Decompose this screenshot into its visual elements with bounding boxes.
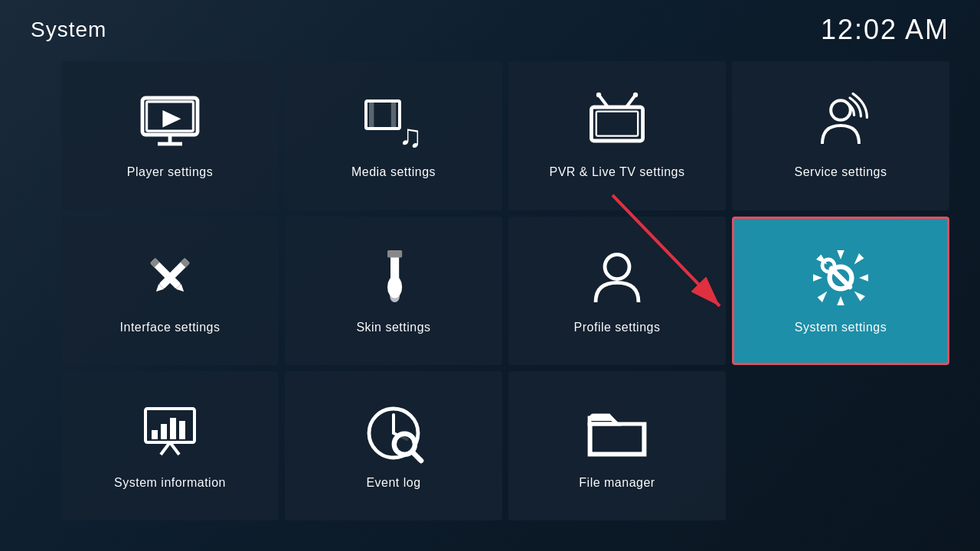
profile-icon [586,247,648,308]
tile-label-event-log: Event log [366,476,420,490]
tile-system-settings[interactable]: System settings [732,217,949,366]
player-icon [139,92,201,153]
sysinfo-icon [139,403,201,464]
tile-label-system-information: System information [114,476,226,490]
tile-label-pvr-settings: PVR & Live TV settings [550,165,685,179]
svg-point-26 [390,290,400,302]
tile-file-manager[interactable]: File manager [508,371,726,520]
svg-line-37 [161,442,170,455]
tile-service-settings[interactable]: Service settings [732,61,949,210]
tile-pvr-settings[interactable]: PVR & Live TV settings [508,61,726,210]
tile-skin-settings[interactable]: Skin settings [285,217,502,366]
tile-label-profile-settings: Profile settings [574,321,661,334]
settings-grid: Player settings ♫ Media settings [61,61,949,520]
header: System 12:02 AM [0,0,980,60]
svg-rect-49 [591,424,642,453]
tile-empty [732,371,949,520]
app-title: System [31,18,106,42]
service-icon [810,92,871,153]
svg-text:♫: ♫ [398,118,422,153]
system-icon [810,247,871,308]
tile-label-file-manager: File manager [579,476,655,490]
svg-rect-27 [387,250,402,258]
svg-rect-33 [152,430,158,439]
tile-label-skin-settings: Skin settings [356,321,430,334]
svg-rect-9 [391,101,396,129]
tile-system-information[interactable]: System information [61,371,279,520]
media-icon: ♫ [363,92,424,153]
filemanager-icon [586,403,648,464]
tile-event-log[interactable]: Event log [285,371,502,520]
tile-label-interface-settings: Interface settings [120,321,220,334]
svg-marker-6 [162,110,181,127]
tile-profile-settings[interactable]: Profile settings [508,217,726,366]
tile-label-service-settings: Service settings [795,165,887,179]
pvr-icon [586,92,648,153]
skin-icon [363,247,424,308]
svg-line-48 [412,452,421,461]
svg-rect-36 [179,421,185,439]
tile-interface-settings[interactable]: Interface settings [61,217,279,366]
svg-rect-34 [161,424,167,439]
svg-point-31 [822,259,835,272]
svg-rect-35 [170,418,176,439]
tile-label-media-settings: Media settings [351,165,436,179]
eventlog-icon [363,403,424,464]
clock: 12:02 AM [821,14,949,46]
svg-point-28 [605,255,629,279]
tile-media-settings[interactable]: ♫ Media settings [285,61,502,210]
svg-point-15 [596,93,601,97]
svg-point-16 [633,93,638,97]
svg-rect-8 [369,101,374,129]
tile-label-player-settings: Player settings [127,165,213,179]
svg-rect-12 [596,112,638,136]
interface-icon [139,247,201,308]
svg-line-38 [170,442,179,455]
tile-label-system-settings: System settings [795,321,887,334]
tile-player-settings[interactable]: Player settings [61,61,279,210]
